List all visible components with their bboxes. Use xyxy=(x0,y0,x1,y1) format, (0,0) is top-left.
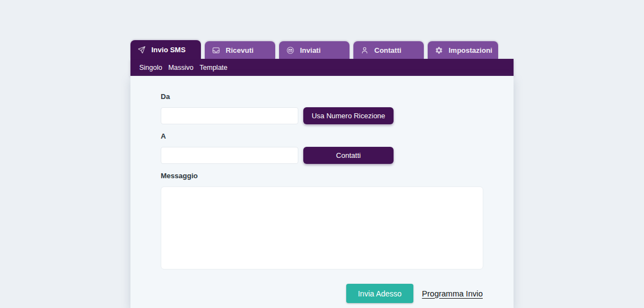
da-row: Usa Numero Ricezione xyxy=(161,107,483,124)
messaggio-label: Messaggio xyxy=(161,172,483,180)
tab-label: Invio SMS xyxy=(151,46,185,54)
da-input[interactable] xyxy=(161,107,298,124)
tab-label: Contatti xyxy=(374,46,401,54)
actions-row: Invia Adesso Programma Invio xyxy=(161,284,483,303)
subnav-item-singolo[interactable]: Singolo xyxy=(139,64,162,72)
sms-app-window: Invio SMS Ricevuti Inviati Contatti Impo… xyxy=(130,40,514,308)
da-label: Da xyxy=(161,92,483,101)
a-label: A xyxy=(161,132,483,140)
tab-ricevuti[interactable]: Ricevuti xyxy=(205,41,275,59)
inbox-icon xyxy=(212,46,220,54)
tab-invio-sms[interactable]: Invio SMS xyxy=(130,40,201,59)
person-icon xyxy=(361,46,369,54)
subnav-item-massivo[interactable]: Massivo xyxy=(168,64,194,72)
outbox-icon xyxy=(286,46,294,54)
contatti-button[interactable]: Contatti xyxy=(303,147,394,164)
tab-contatti[interactable]: Contatti xyxy=(353,41,424,59)
send-icon xyxy=(138,46,146,54)
subnav-item-template[interactable]: Template xyxy=(200,64,228,72)
a-input[interactable] xyxy=(161,147,298,164)
programma-invio-link[interactable]: Programma Invio xyxy=(422,289,483,298)
gear-icon xyxy=(435,46,443,54)
usa-numero-ricezione-button[interactable]: Usa Numero Ricezione xyxy=(303,107,394,124)
tab-label: Inviati xyxy=(300,46,321,54)
a-row: Contatti xyxy=(161,147,483,164)
tab-bar: Invio SMS Ricevuti Inviati Contatti Impo… xyxy=(130,40,514,59)
tab-impostazioni[interactable]: Impostazioni xyxy=(428,41,498,59)
tab-inviati[interactable]: Inviati xyxy=(279,41,350,59)
tab-label: Ricevuti xyxy=(226,46,254,54)
subnav-bar: Singolo Massivo Template xyxy=(130,59,514,76)
tab-label: Impostazioni xyxy=(449,46,492,54)
invia-adesso-button[interactable]: Invia Adesso xyxy=(346,284,413,303)
messaggio-textarea[interactable] xyxy=(161,186,483,270)
sms-form-panel: Da Usa Numero Ricezione A Contatti Messa… xyxy=(130,76,514,308)
